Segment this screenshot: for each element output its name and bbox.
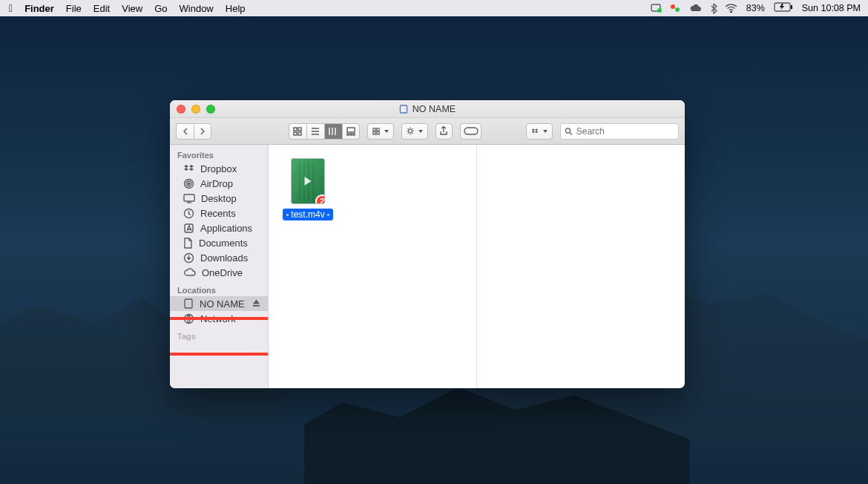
sidebar-item-downloads[interactable]: Downloads <box>170 250 268 265</box>
svg-rect-8 <box>294 128 297 131</box>
sidebar-item-label: Dropbox <box>200 163 237 174</box>
menu-view[interactable]: View <box>122 3 142 14</box>
eject-button[interactable] <box>252 298 260 310</box>
gear-icon <box>407 126 414 136</box>
close-button[interactable] <box>177 105 185 114</box>
menu-file[interactable]: File <box>66 3 82 14</box>
sidebar-item-network[interactable]: Network <box>170 311 268 326</box>
svg-rect-21 <box>464 128 478 134</box>
svg-rect-12 <box>347 128 355 132</box>
svg-rect-19 <box>376 131 378 134</box>
sidebar-item-airdrop[interactable]: AirDrop <box>170 176 268 191</box>
view-icon-grid[interactable] <box>289 123 306 140</box>
battery-percent[interactable]: 83% <box>746 3 765 13</box>
svg-point-3 <box>675 7 680 12</box>
menu-edit[interactable]: Edit <box>93 3 110 14</box>
svg-point-20 <box>408 129 412 133</box>
search-input[interactable] <box>576 126 674 137</box>
dropbox-menu-button[interactable] <box>526 123 553 140</box>
view-list[interactable] <box>306 123 324 140</box>
sidebar-section-locations: Locations <box>170 280 268 296</box>
sidebar-item-label: Applications <box>200 223 252 234</box>
finder-column-2[interactable] <box>477 145 685 388</box>
dropbox-icon <box>531 127 539 136</box>
svg-rect-14 <box>350 134 352 135</box>
tags-button[interactable] <box>460 123 481 140</box>
file-thumbnail: 2 <box>291 158 325 204</box>
view-columns[interactable] <box>324 123 342 140</box>
sidebar-item-label: Documents <box>199 238 248 249</box>
sidebar-item-documents[interactable]: Documents <box>170 235 268 250</box>
svg-rect-7 <box>400 105 407 113</box>
action-button[interactable] <box>401 123 428 140</box>
sidebar-item-onedrive[interactable]: OneDrive <box>170 265 268 280</box>
sidebar-item-recents[interactable]: Recents <box>170 206 268 220</box>
sidebar-item-label: Downloads <box>200 252 248 264</box>
view-gallery[interactable] <box>342 123 360 140</box>
svg-point-2 <box>671 4 675 9</box>
finder-sidebar: Favorites Dropbox AirDrop Desktop Recent… <box>170 145 269 388</box>
svg-point-25 <box>188 183 190 185</box>
menu-bar:  Finder File Edit View Go Window Help 8… <box>0 0 868 16</box>
cloud-icon[interactable] <box>689 3 703 13</box>
file-item[interactable]: 2 test.m4v <box>279 158 337 220</box>
eject-icon <box>252 299 260 307</box>
search-field[interactable] <box>560 123 679 140</box>
sidebar-item-label: Desktop <box>201 193 237 204</box>
share-button[interactable] <box>435 123 453 140</box>
tag-icon <box>464 127 479 135</box>
sidebar-item-applications[interactable]: Applications <box>170 220 268 235</box>
search-icon <box>565 127 573 136</box>
svg-rect-18 <box>372 131 375 134</box>
finder-column-1[interactable]: 2 test.m4v <box>269 145 477 388</box>
window-titlebar[interactable]: NO NAME <box>170 100 685 118</box>
back-button[interactable] <box>176 123 194 140</box>
forward-button[interactable] <box>194 123 211 140</box>
finder-toolbar <box>170 118 685 145</box>
svg-rect-31 <box>253 305 260 307</box>
window-title: NO NAME <box>399 104 456 114</box>
minimize-button[interactable] <box>191 105 200 114</box>
svg-rect-15 <box>353 134 355 135</box>
bluetooth-icon[interactable] <box>710 3 717 14</box>
network-icon <box>183 313 194 324</box>
menu-window[interactable]: Window <box>180 3 214 14</box>
battery-icon[interactable] <box>774 2 793 14</box>
status-icon-2[interactable] <box>670 3 682 13</box>
svg-point-4 <box>730 10 731 12</box>
menu-go[interactable]: Go <box>154 3 167 14</box>
status-icon-1[interactable] <box>651 3 662 13</box>
sidebar-item-label: AirDrop <box>200 178 233 189</box>
svg-rect-26 <box>184 194 194 201</box>
svg-rect-11 <box>298 132 301 135</box>
view-switcher <box>289 123 360 140</box>
sidebar-item-label: Network <box>200 313 236 324</box>
group-by-button[interactable] <box>367 123 394 140</box>
sidebar-section-favorites: Favorites <box>170 145 268 161</box>
menu-app-name[interactable]: Finder <box>24 3 54 14</box>
sidebar-section-tags: Tags <box>170 326 268 342</box>
apple-menu-icon[interactable]:  <box>9 2 13 14</box>
menu-help[interactable]: Help <box>226 3 246 14</box>
zoom-button[interactable] <box>206 105 215 114</box>
svg-rect-10 <box>294 132 297 135</box>
svg-point-22 <box>565 128 570 132</box>
svg-rect-17 <box>376 128 378 130</box>
wifi-icon[interactable] <box>725 4 737 13</box>
cloud-icon <box>183 268 196 277</box>
clock-icon <box>183 208 194 219</box>
menubar-clock[interactable]: Sun 10:08 PM <box>802 3 861 13</box>
sidebar-item-dropbox[interactable]: Dropbox <box>170 161 268 176</box>
sidebar-item-no-name[interactable]: NO NAME <box>170 296 268 311</box>
svg-rect-16 <box>372 128 375 130</box>
share-icon <box>439 126 448 136</box>
svg-rect-6 <box>791 5 792 9</box>
window-title-text: NO NAME <box>412 104 456 114</box>
finder-content[interactable]: 2 test.m4v <box>269 145 685 388</box>
desktop-icon <box>183 194 195 203</box>
file-badge: 2 <box>315 194 325 204</box>
svg-rect-30 <box>185 299 192 308</box>
sidebar-item-desktop[interactable]: Desktop <box>170 191 268 206</box>
file-name-label[interactable]: test.m4v <box>283 209 332 220</box>
sidebar-item-label: NO NAME <box>200 298 245 310</box>
